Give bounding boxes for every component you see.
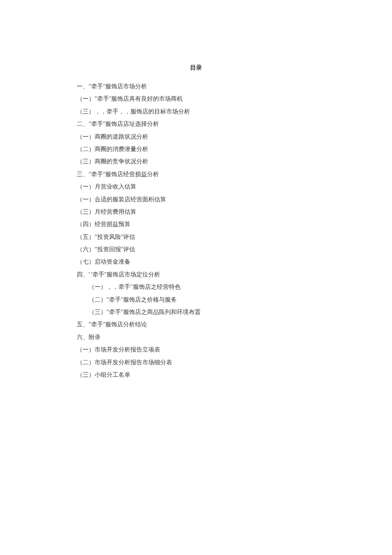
toc-entry: 四、' '牵手"服饰店市场定位分析 — [77, 268, 315, 281]
toc-entry: （二）市场开发分析报告市场细分表 — [77, 356, 315, 369]
toc-entry: （三）商圈的竞争状况分析 — [77, 155, 315, 168]
toc-entry: （六）"投资回报"评估 — [77, 243, 315, 256]
toc-entry: 五、"牵手"服饰店分析结论 — [77, 318, 315, 331]
toc-title: 目录 — [77, 64, 315, 72]
toc-entry: （一）市场开发分析报告立项表 — [77, 343, 315, 356]
toc-entry: 三、"牵手"服饰店经营损益分析 — [77, 168, 315, 180]
toc-entry: 六、附录 — [77, 331, 315, 343]
toc-entry: 一、"牵手"服饰店市场分析 — [77, 80, 315, 93]
toc-entry: （四）经营损益预算 — [77, 218, 315, 230]
toc-entry: （二）商圈的消费潜量分析 — [77, 143, 315, 155]
toc-entry: （三），，牵手，，服饰店的目标市场分析 — [77, 105, 315, 118]
toc-entry: （三）小组分工名单 — [77, 369, 315, 381]
toc-entry: （五）"投资风险"评估 — [77, 231, 315, 243]
toc-entry: （七）启动资金准备 — [77, 256, 315, 268]
toc-entry: （一）"牵手"服饰店具有良好的市场商机 — [77, 93, 315, 105]
toc-entry: （二）"牵手"服饰店之价格与服务 — [77, 293, 315, 306]
toc-entry: （一）商圈的道路状况分析 — [77, 131, 315, 143]
toc-entry: 二、"牵手"服饰店店址选择分析 — [77, 118, 315, 130]
toc-entry: （一）合适的服装店经营面积估算 — [77, 193, 315, 206]
toc-entry: （一）月营业收入估算 — [77, 180, 315, 193]
toc-list: 一、"牵手"服饰店市场分析 （一）"牵手"服饰店具有良好的市场商机 （三），，牵… — [77, 80, 315, 381]
toc-entry: （三）月经营费用估算 — [77, 206, 315, 218]
toc-entry: （一），，牵手"服饰店之经营特色 — [77, 281, 315, 293]
document-page: 目录 一、"牵手"服饰店市场分析 （一）"牵手"服饰店具有良好的市场商机 （三）… — [0, 0, 392, 381]
toc-entry: （三）"牵手''服饰店之商品陈列和环境布置 — [77, 306, 315, 318]
